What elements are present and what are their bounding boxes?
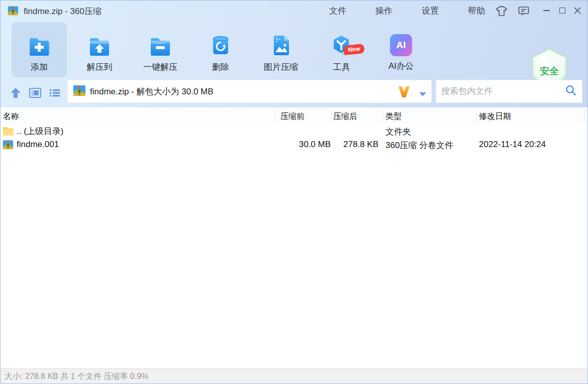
tool-label: 图片压缩	[264, 61, 298, 73]
skin-theme-icon[interactable]	[495, 5, 508, 18]
search-box	[436, 80, 582, 103]
status-bar: 大小: 278.8 KB 共 1 个文件 压缩率 0.9%	[1, 368, 588, 384]
table-row-parent-dir[interactable]: .. (上级目录) 文件夹	[1, 124, 588, 138]
maximize-button[interactable]	[556, 5, 568, 17]
image-compress-button[interactable]: 图片压缩	[251, 22, 311, 77]
file-type: 360压缩 分卷文件	[385, 140, 453, 151]
file-list: 名称 压缩前 压缩后 类型 修改日期 .. (上级目录) 文件夹	[1, 107, 588, 368]
extract-to-button[interactable]: 解压到	[69, 22, 130, 77]
up-directory-icon[interactable]	[9, 86, 23, 99]
file-name: findme.001	[17, 140, 59, 150]
app-window: findme.zip - 360压缩 文件 操作 设置 帮助	[0, 0, 588, 384]
header-size-before[interactable]: 压缩前	[280, 111, 305, 122]
version-logo-icon[interactable]	[397, 85, 411, 100]
address-row: findme.zip - 解包大小为 30.0 MB	[1, 78, 588, 107]
file-modified: 2022-11-14 20:24	[479, 140, 546, 150]
folder-icon	[3, 126, 14, 136]
window-title: findme.zip - 360压缩	[24, 6, 102, 17]
menu-settings[interactable]: 设置	[419, 4, 442, 18]
header-size-after[interactable]: 压缩后	[333, 111, 357, 122]
column-divider	[476, 109, 476, 123]
header-name[interactable]: 名称	[3, 111, 19, 122]
folder-minus-icon	[148, 33, 172, 57]
zip-archive-icon	[3, 139, 14, 150]
column-headers: 名称 压缩前 压缩后 类型 修改日期	[1, 108, 588, 123]
tool-label: 一键解压	[143, 61, 177, 73]
file-type: 文件夹	[385, 126, 411, 138]
image-document-icon	[269, 33, 293, 57]
column-divider	[584, 109, 584, 123]
column-divider	[275, 109, 276, 123]
toolbar: 添加 解压到 一键解压	[1, 21, 588, 78]
file-name: .. (上级目录)	[17, 125, 64, 137]
menu-help[interactable]: 帮助	[465, 4, 488, 18]
minimize-button[interactable]	[540, 5, 552, 17]
ai-tile-icon: AI	[390, 34, 412, 56]
minimize-icon	[543, 10, 550, 11]
column-divider	[331, 109, 332, 123]
size-before: 30.0 MB	[275, 140, 331, 150]
one-click-extract-button[interactable]: 一键解压	[130, 22, 190, 77]
tool-label: 删除	[212, 61, 229, 73]
header-type[interactable]: 类型	[385, 111, 402, 122]
size-after: 278.8 KB	[331, 140, 378, 150]
header-modified[interactable]: 修改日期	[479, 111, 511, 122]
search-icon[interactable]	[565, 84, 577, 98]
tool-label: AI办公	[388, 60, 414, 72]
add-button[interactable]: 添加	[12, 22, 67, 77]
list-view-icon[interactable]	[48, 86, 62, 99]
address-bar[interactable]: findme.zip - 解包大小为 30.0 MB	[67, 80, 432, 103]
ai-office-button[interactable]: AI AI办公	[371, 22, 431, 77]
close-icon	[574, 7, 581, 14]
trash-recycle-icon	[209, 33, 233, 57]
delete-button[interactable]: 删除	[190, 22, 251, 77]
search-input[interactable]	[441, 86, 565, 96]
titlebar: findme.zip - 360压缩 文件 操作 设置 帮助	[1, 1, 588, 21]
maximize-icon	[559, 8, 565, 14]
close-button[interactable]	[571, 5, 583, 17]
menu-operate[interactable]: 操作	[372, 4, 396, 18]
folder-up-icon	[87, 33, 112, 57]
tool-label: 添加	[31, 61, 48, 73]
tool-label: 工具	[333, 61, 350, 73]
shield-label: 安全	[540, 66, 559, 76]
tool-label: 解压到	[87, 61, 113, 73]
panel-view-icon[interactable]	[28, 86, 42, 99]
window-chrome: findme.zip - 360压缩 文件 操作 设置 帮助	[1, 1, 588, 107]
archive-path-text: findme.zip - 解包大小为 30.0 MB	[90, 86, 214, 97]
feedback-icon[interactable]	[517, 5, 530, 18]
column-divider	[382, 109, 383, 123]
table-row-file[interactable]: findme.001 30.0 MB 278.8 KB 360压缩 分卷文件 2…	[1, 138, 588, 152]
ai-tile-text: AI	[397, 40, 406, 51]
folder-plus-icon	[27, 33, 51, 57]
chevron-down-icon[interactable]	[419, 90, 427, 99]
menubar: 文件 操作 设置 帮助	[326, 1, 488, 21]
zip-archive-icon	[8, 5, 19, 18]
menu-file[interactable]: 文件	[326, 4, 349, 18]
status-text: 大小: 278.8 KB 共 1 个文件 压缩率 0.9%	[5, 371, 148, 382]
zip-archive-icon	[73, 84, 86, 99]
